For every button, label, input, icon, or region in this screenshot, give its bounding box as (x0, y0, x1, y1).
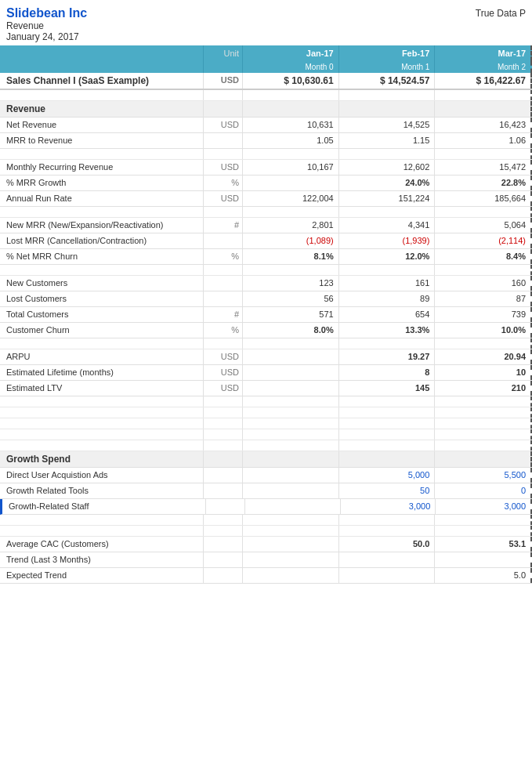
data-mar: 0 (435, 483, 532, 498)
empty-label (0, 407, 204, 418)
column-headers: Unit Jan-17 Feb-17 Mar-17 (0, 45, 532, 61)
empty-mar (435, 440, 532, 451)
company-name: Slidebean Inc (6, 6, 273, 20)
section-jan (243, 451, 339, 467)
empty-feb (339, 396, 436, 407)
table-row: Lost Customers 56 89 87 (0, 291, 532, 307)
table-row (0, 207, 532, 218)
empty-jan (243, 149, 339, 159)
data-mar: 87 (435, 291, 532, 306)
empty-label (0, 207, 204, 217)
data-unit (204, 276, 243, 291)
data-unit: USD (204, 349, 243, 364)
data-jan: 123 (243, 276, 339, 291)
col-header-label (0, 45, 204, 61)
data-unit (204, 552, 243, 567)
section-jan (243, 101, 339, 117)
data-mar: 15,472 (435, 160, 532, 175)
data-jan: 10,167 (243, 160, 339, 175)
data-feb: 3,000 (341, 499, 436, 514)
section-label: Growth Spend (0, 451, 204, 467)
col-header-jan: Jan-17 (243, 45, 339, 61)
empty-jan (243, 265, 339, 275)
empty-mar (435, 515, 532, 525)
data-label: New Customers (0, 276, 204, 291)
empty-unit (204, 407, 243, 418)
data-unit (204, 483, 243, 498)
data-jan: (1,089) (243, 233, 339, 248)
empty-jan (243, 526, 339, 536)
table-row (0, 338, 532, 349)
table-row: New Customers 123 161 160 (0, 276, 532, 291)
data-mar: 10 (435, 365, 532, 380)
data-jan (243, 176, 339, 190)
data-jan: 122,004 (243, 191, 339, 206)
data-unit (204, 233, 243, 248)
sales-feb: $ 14,524.57 (339, 73, 436, 89)
empty-mar (435, 338, 532, 349)
data-mar: 5,500 (435, 468, 532, 483)
data-jan: 1.05 (243, 133, 339, 148)
data-feb: 654 (339, 307, 436, 322)
empty-unit (204, 265, 243, 275)
data-unit: % (204, 176, 243, 190)
table-row: Growth Related Tools 50 0 (0, 483, 532, 499)
section-mar (435, 451, 532, 467)
empty-jan (243, 407, 339, 418)
data-label: ARPU (0, 349, 204, 364)
table-row (0, 265, 532, 276)
data-mar: 1.06 (435, 133, 532, 148)
data-label: Annual Run Rate (0, 191, 204, 206)
table-row: Lost MRR (Cancellation/Contraction) (1,0… (0, 233, 532, 249)
data-mar: (2,114) (435, 233, 532, 248)
data-feb: 1.15 (339, 133, 436, 148)
data-unit: % (204, 249, 243, 264)
data-feb: 161 (339, 276, 436, 291)
header-right: True Data P (273, 6, 532, 42)
data-unit: # (204, 218, 243, 233)
col-header-feb: Feb-17 (339, 45, 436, 61)
empty-mar (435, 149, 532, 159)
data-jan (243, 552, 339, 567)
table-row (0, 440, 532, 451)
unit-header-empty (204, 61, 243, 73)
empty-mar (435, 396, 532, 407)
table-row: New MRR (New/Expansion/Reactivation) # 2… (0, 218, 532, 233)
empty-feb (339, 265, 436, 275)
data-feb: 89 (339, 291, 436, 306)
data-jan (243, 483, 339, 498)
data-feb: 151,224 (339, 191, 436, 206)
data-feb: 14,525 (339, 118, 436, 132)
data-label: Estimated LTV (0, 381, 204, 396)
rows-container: Sales Channel I (SaaS Example) USD $ 10,… (0, 73, 532, 584)
data-label: Customer Churn (0, 323, 204, 338)
data-jan: 8.0% (243, 323, 339, 338)
data-mar: 160 (435, 276, 532, 291)
col-header-unit: Unit (204, 45, 243, 61)
empty-feb (339, 407, 436, 418)
data-label: % MRR Growth (0, 176, 204, 190)
empty-label (0, 90, 204, 100)
empty-feb (339, 149, 436, 159)
table-row: Expected Trend 5.0 (0, 568, 532, 584)
data-feb: 8 (339, 365, 436, 380)
empty-label (0, 526, 204, 536)
data-unit (204, 468, 243, 483)
empty-mar (435, 418, 532, 429)
table-row (0, 429, 532, 440)
data-unit: # (204, 307, 243, 322)
data-mar: 10.0% (435, 323, 532, 338)
empty-unit (204, 90, 243, 100)
month-num-mar: Month 2 (435, 61, 532, 73)
table-row (0, 407, 532, 418)
header-left: Slidebean Inc Revenue January 24, 2017 (6, 6, 273, 42)
table-row: Trend (Last 3 Months) (0, 552, 532, 568)
empty-mar (435, 526, 532, 536)
month-num-feb: Month 1 (339, 61, 436, 73)
data-jan: 8.1% (243, 249, 339, 264)
empty-unit (204, 338, 243, 349)
true-data-label: True Data P (476, 8, 526, 19)
empty-label (0, 515, 204, 525)
table-row: Estimated Lifetime (months) USD 8 10 (0, 365, 532, 381)
data-jan: 56 (243, 291, 339, 306)
